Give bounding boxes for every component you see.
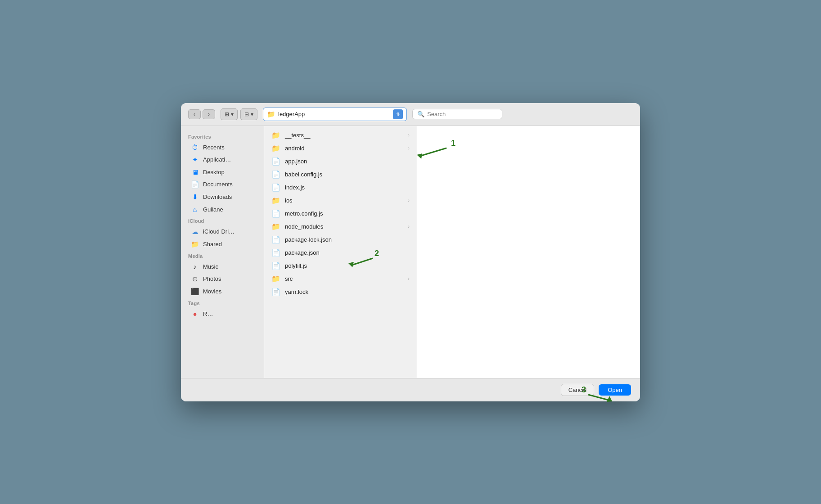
desktop-icon: 🖥 <box>191 168 199 176</box>
list-item[interactable]: 📄 package.json <box>264 246 417 259</box>
chevron-right-icon: › <box>408 276 410 281</box>
list-item[interactable]: 📁 __tests__ › <box>264 129 417 142</box>
list-item[interactable]: 📁 src › <box>264 272 417 285</box>
sidebar-item-recents[interactable]: ⏱ Recents <box>184 141 261 153</box>
toolbar: ‹ › ⊞ ▾ ⊟ ▾ 📁 ledgerApp ⇅ <box>181 103 640 126</box>
location-chevron[interactable]: ⇅ <box>393 109 403 119</box>
view-toggle: ⊞ ▾ ⊟ ▾ <box>221 108 257 120</box>
file-name: polyfill.js <box>285 262 410 269</box>
forward-button[interactable]: › <box>203 109 215 119</box>
sidebar-item-shared[interactable]: 📁 Shared <box>184 238 261 251</box>
columns-view-chevron: ▾ <box>231 111 234 117</box>
file-name: src <box>285 275 403 282</box>
location-bar[interactable]: 📁 ledgerApp ⇅ <box>263 108 407 121</box>
sidebar-desktop-label: Desktop <box>203 169 225 176</box>
file-name: package-lock.json <box>285 236 410 243</box>
location-folder-icon: 📁 <box>267 110 275 118</box>
folder-icon: 📁 <box>271 144 280 153</box>
media-section-label: Media <box>181 251 264 261</box>
file-icon: 📄 <box>271 235 280 244</box>
file-icon: 📄 <box>271 170 280 179</box>
sidebar-item-photos[interactable]: ⊙ Photos <box>184 273 261 285</box>
chevron-right-icon: › <box>408 132 410 138</box>
sidebar-movies-label: Movies <box>203 288 221 295</box>
sidebar: Favorites ⏱ Recents ✦ Applicati… 🖥 Deskt… <box>181 126 264 378</box>
tag-red-icon: ● <box>191 310 199 318</box>
chevron-updown-icon: ⇅ <box>396 112 400 117</box>
sidebar-guilane-label: Guilane <box>203 206 223 213</box>
file-name: __tests__ <box>285 132 403 139</box>
sidebar-item-music[interactable]: ♪ Music <box>184 261 261 273</box>
file-icon: 📄 <box>271 157 280 166</box>
file-pane-container: 📁 __tests__ › 📁 android › 📄 app.json <box>264 126 640 378</box>
sidebar-applications-label: Applicati… <box>203 156 231 163</box>
list-item[interactable]: 📄 app.json <box>264 155 417 168</box>
grid-view-button[interactable]: ⊟ ▾ <box>240 108 257 120</box>
nav-buttons: ‹ › <box>188 109 215 119</box>
sidebar-downloads-label: Downloads <box>203 194 232 200</box>
sidebar-item-tag-red[interactable]: ● R… <box>184 308 261 320</box>
grid-view-icon: ⊟ <box>244 111 249 117</box>
list-item[interactable]: 📄 yarn.lock <box>264 285 417 298</box>
file-name: node_modules <box>285 223 403 230</box>
open-button[interactable]: Open <box>599 384 631 396</box>
sidebar-tag-red-label: R… <box>203 310 213 317</box>
back-button[interactable]: ‹ <box>188 109 201 119</box>
applications-icon: ✦ <box>191 156 199 164</box>
search-bar[interactable]: 🔍 <box>412 109 502 119</box>
sidebar-documents-label: Documents <box>203 181 233 188</box>
file-name: index.js <box>285 184 410 191</box>
folder-icon: 📁 <box>271 222 280 231</box>
sidebar-item-downloads[interactable]: ⬇ Downloads <box>184 191 261 203</box>
columns-view-button[interactable]: ⊞ ▾ <box>221 108 238 120</box>
tags-section-label: Tags <box>181 298 264 308</box>
file-icon: 📄 <box>271 248 280 257</box>
file-name: babel.config.js <box>285 171 410 178</box>
chevron-right-icon: › <box>408 224 410 229</box>
file-icon: 📄 <box>271 288 280 296</box>
folder-icon: 📁 <box>271 131 280 140</box>
movies-icon: ⬛ <box>191 288 199 296</box>
location-text: ledgerApp <box>278 111 390 117</box>
list-item[interactable]: 📄 metro.config.js <box>264 207 417 220</box>
sidebar-item-applications[interactable]: ✦ Applicati… <box>184 153 261 166</box>
file-name: package.json <box>285 249 410 256</box>
guilane-icon: ⌂ <box>191 206 199 213</box>
cancel-button[interactable]: Cancel <box>561 384 594 396</box>
main-content: Favorites ⏱ Recents ✦ Applicati… 🖥 Deskt… <box>181 126 640 378</box>
file-dialog: ‹ › ⊞ ▾ ⊟ ▾ 📁 ledgerApp ⇅ <box>181 103 640 401</box>
file-icon: 📄 <box>271 183 280 192</box>
music-icon: ♪ <box>191 263 199 270</box>
sidebar-item-documents[interactable]: 📄 Documents <box>184 178 261 191</box>
list-item[interactable]: 📄 package-lock.json <box>264 233 417 246</box>
search-icon: 🔍 <box>417 111 424 117</box>
sidebar-item-movies[interactable]: ⬛ Movies <box>184 285 261 298</box>
sidebar-music-label: Music <box>203 263 218 270</box>
list-item[interactable]: 📄 babel.config.js <box>264 168 417 181</box>
list-item[interactable]: 📄 polyfill.js <box>264 259 417 272</box>
folder-icon: 📁 <box>271 274 280 283</box>
file-name: yarn.lock <box>285 288 410 295</box>
chevron-right-icon: › <box>408 198 410 203</box>
list-item[interactable]: 📄 index.js <box>264 181 417 194</box>
sidebar-icloud-drive-label: iCloud Dri… <box>203 228 235 235</box>
photos-icon: ⊙ <box>191 275 199 283</box>
sidebar-item-icloud-drive[interactable]: ☁ iCloud Dri… <box>184 225 261 238</box>
sidebar-shared-label: Shared <box>203 241 222 248</box>
sidebar-item-guilane[interactable]: ⌂ Guilane <box>184 203 261 216</box>
file-name: ios <box>285 197 403 204</box>
shared-icon: 📁 <box>191 240 199 248</box>
list-item[interactable]: 📁 node_modules › <box>264 220 417 233</box>
favorites-section-label: Favorites <box>181 131 264 141</box>
file-name: metro.config.js <box>285 210 410 217</box>
sidebar-item-desktop[interactable]: 🖥 Desktop <box>184 166 261 178</box>
sidebar-recents-label: Recents <box>203 144 225 151</box>
list-item-ios[interactable]: 📁 ios › <box>264 194 417 207</box>
downloads-icon: ⬇ <box>191 193 199 201</box>
file-name: app.json <box>285 158 410 165</box>
bottom-bar: Cancel Open <box>181 378 640 401</box>
list-item[interactable]: 📁 android › <box>264 142 417 155</box>
sidebar-photos-label: Photos <box>203 275 221 282</box>
chevron-right-icon: › <box>408 145 410 151</box>
search-input[interactable] <box>427 111 497 117</box>
